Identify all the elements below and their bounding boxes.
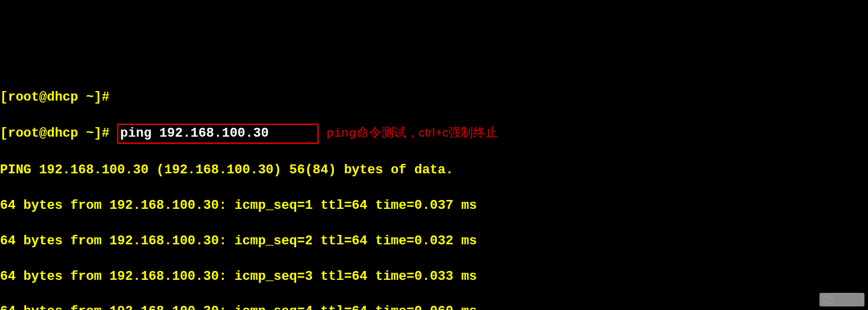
cmd-ping: ping 192.168.100.30: [120, 126, 269, 141]
cloud-icon: [823, 294, 834, 305]
watermark: 亿速云: [819, 293, 864, 306]
ping-reply: 64 bytes from 192.168.100.30: icmp_seq=2…: [0, 233, 868, 250]
ping-header: PING 192.168.100.30 (192.168.100.30) 56(…: [0, 162, 868, 179]
ping-reply: 64 bytes from 192.168.100.30: icmp_seq=3…: [0, 268, 868, 286]
watermark-text: 亿速云: [836, 294, 861, 305]
ping-reply: 64 bytes from 192.168.100.30: icmp_seq=1…: [0, 197, 868, 215]
highlight-ping-command: ping 192.168.100.30: [117, 124, 319, 144]
ping-reply: 64 bytes from 192.168.100.30: icmp_seq=4…: [0, 303, 868, 310]
shell-prompt: [root@dhcp ~]#: [0, 90, 110, 105]
shell-prompt: [root@dhcp ~]#: [0, 126, 117, 141]
annotation-ping: 命令测试，ctrl+c强制终止: [356, 125, 499, 139]
terminal[interactable]: [root@dhcp ~]# [root@dhcp ~]# ping 192.1…: [0, 71, 868, 310]
annotation-ping-prefix: ping: [326, 127, 356, 140]
